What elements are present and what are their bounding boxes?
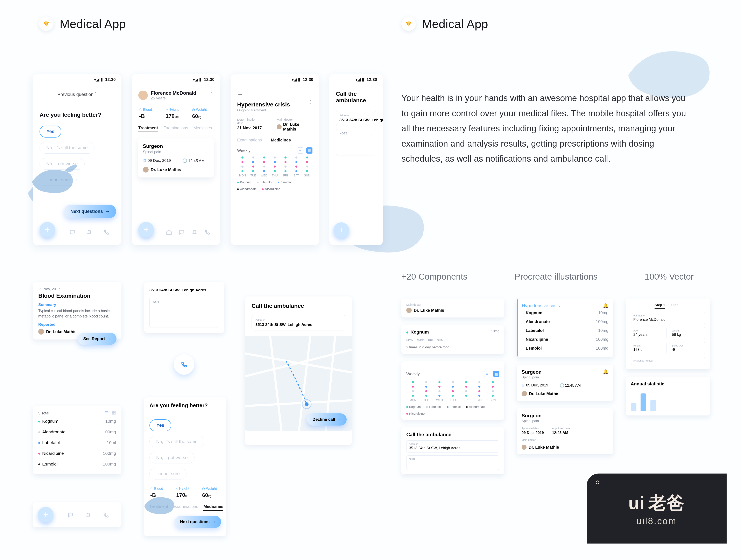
list-view-icon[interactable]: ≡ <box>297 147 304 153</box>
bell-icon[interactable] <box>85 512 91 518</box>
blood-label: ◌ Blood <box>139 108 160 112</box>
svg-rect-2 <box>112 413 114 414</box>
address-field[interactable]: Address3513 24th St SW, Lehigh Acres <box>406 440 499 452</box>
fab-add[interactable] <box>38 507 54 522</box>
legend: KognumLabetalolEsmolol AlendronateNicard… <box>237 180 313 191</box>
more-icon[interactable]: ⋮ <box>209 88 215 94</box>
tab-treatment[interactable]: Treatment <box>138 126 158 132</box>
dose-note: 2 times in a day before food <box>406 345 499 350</box>
tab-medicines[interactable]: Medicines <box>194 126 212 132</box>
home-icon[interactable] <box>166 229 172 235</box>
product-description: Your health is in your hands with an awe… <box>401 90 694 166</box>
question-title: Are you feeling better? <box>149 402 221 409</box>
avatar[interactable] <box>138 90 148 100</box>
option-yes[interactable]: Yes <box>40 126 61 137</box>
fab-add[interactable] <box>40 222 55 238</box>
kognum-card[interactable]: Kognum10mg MONWEDFRISUN 2 times in a day… <box>401 325 504 354</box>
surgeon-detail-card: Surgeon Spinal pain Appointed day09 Dec,… <box>517 408 613 454</box>
weekly-label: Weekly <box>237 148 251 153</box>
phone-question: ▾◢ ▮12:30 Previous question ˄ Are you fe… <box>33 74 122 245</box>
blood-exam-card: 25 Nov, 2017 Blood Examination Summary T… <box>33 282 122 339</box>
phone-ambulance-cropped: ▾◢ ▮12:30 Call the ambulance Address3513… <box>329 74 383 245</box>
ambulance-title: Call the ambulance <box>252 303 345 309</box>
option-yes[interactable]: Yes <box>149 419 171 431</box>
back-icon[interactable]: ← <box>237 90 313 98</box>
grid-icon[interactable] <box>112 411 116 415</box>
exam-date: 25 Nov, 2017 <box>38 287 116 291</box>
calendar-view-icon[interactable]: ▦ <box>306 147 313 153</box>
phone-icon[interactable] <box>103 229 110 235</box>
option-same[interactable]: No, it's still the same <box>40 142 94 153</box>
option-unsure[interactable]: I'm not sure <box>149 468 187 480</box>
phone-icon[interactable] <box>204 229 210 235</box>
address-field[interactable]: Address3513 24th St SW, Lehigh Acres <box>252 315 345 330</box>
see-report-button[interactable]: See Report→ <box>78 333 117 345</box>
tab-medicines[interactable]: Medicines <box>271 138 291 142</box>
map-view[interactable]: Decline call→ <box>245 336 352 431</box>
note-field[interactable]: NOTE <box>406 455 499 470</box>
bell-icon[interactable] <box>86 229 92 235</box>
option-same[interactable]: No, it's still the same <box>149 436 204 447</box>
status-bar: ▾◢ ▮12:30 <box>355 77 377 82</box>
status-bar: ▾◢ ▮12:30 <box>193 77 214 82</box>
option-worse[interactable]: No, it got worse <box>149 452 195 463</box>
summary-text: Typical clinical blood panels include a … <box>38 308 116 319</box>
doctor-role: Surgeon <box>143 143 209 149</box>
tab-medicines[interactable]: Medicines <box>203 504 223 511</box>
components-count: +20 Components <box>401 272 467 282</box>
height-field[interactable]: Height163 cm <box>631 342 667 354</box>
next-questions-button[interactable]: Next questions→ <box>175 516 221 528</box>
list-icon[interactable] <box>104 411 109 415</box>
determination-date: 21 Nov, 2017 <box>237 126 262 130</box>
previous-question-link[interactable]: Previous question ˄ <box>40 92 115 97</box>
step-2[interactable]: Step 2 <box>671 303 681 309</box>
bell-icon[interactable]: 🔔 <box>603 369 608 374</box>
profile-name: Florence McDonald <box>151 90 196 96</box>
list-view-icon[interactable]: ≡ <box>484 371 490 377</box>
watermark: ui老爸 uil8.com <box>587 474 727 544</box>
note-field[interactable]: NOTE <box>149 297 219 328</box>
surgeon-card[interactable]: 🔔 Surgeon Spinal pain 🗓09 Dec, 2019🕐12:4… <box>517 365 613 401</box>
decline-call-button[interactable]: Decline call→ <box>307 414 347 426</box>
more-icon[interactable]: ⋮ <box>308 99 313 105</box>
arrow-right-icon: → <box>337 417 341 422</box>
note-field[interactable]: NOTE <box>336 129 376 155</box>
question-card: Are you feeling better? Yes No, it's sti… <box>144 397 226 536</box>
weight-field[interactable]: Weight58 kg <box>669 327 705 339</box>
next-questions-button[interactable]: Next questions→ <box>64 205 116 218</box>
annual-statistic-card: Annual statistic <box>626 377 710 416</box>
page-title: Medical App <box>422 17 488 31</box>
fullname-field[interactable]: Full NameFlorence McDonald <box>631 312 705 324</box>
summary-heading: Summary <box>38 302 116 307</box>
step-1[interactable]: Step 1 <box>655 303 665 309</box>
crisis-title: Hypertensive crisis <box>237 101 313 108</box>
fab-add[interactable] <box>138 222 154 238</box>
appointment-card[interactable]: Surgeon Spinal pain 🗓09 Dec, 2019🕐12:45 … <box>138 138 214 178</box>
svg-rect-3 <box>114 413 115 414</box>
address-value: 3513 24th St SW, Lehigh Acres <box>149 288 219 292</box>
chat-icon[interactable] <box>69 229 75 235</box>
chat-icon[interactable] <box>68 512 74 518</box>
bell-icon[interactable] <box>191 229 198 235</box>
address-field[interactable]: Address3513 24th St SW, Lehigh Acres <box>336 111 376 125</box>
blood-value: -B <box>139 113 160 119</box>
form-card: Step 1Step 2 Full NameFlorence McDonald … <box>626 299 710 369</box>
tab-examinations[interactable]: Examinations <box>237 138 262 142</box>
vector-label: 100% Vector <box>645 272 694 282</box>
illustrations-label: Procreate illustartions <box>515 272 598 282</box>
phone-icon[interactable] <box>103 512 109 518</box>
calendar-view-icon[interactable]: ▦ <box>493 371 499 377</box>
chat-icon[interactable] <box>179 229 185 235</box>
fab-call[interactable] <box>333 222 349 238</box>
svg-rect-1 <box>114 411 115 413</box>
age-field[interactable]: Age24 years <box>631 327 667 339</box>
insurance-field[interactable]: Insurance number <box>631 357 705 365</box>
bell-icon[interactable]: 🔔 <box>603 303 608 308</box>
tab-examinations[interactable]: Examinations <box>163 126 188 132</box>
doctor-name: Dr. Luke Mathis <box>143 167 209 173</box>
main-doctor-card: Main doctor Dr. Luke Mathis <box>401 299 504 317</box>
bloodtype-field[interactable]: Blood type-B <box>669 342 705 354</box>
call-button[interactable] <box>174 354 194 375</box>
page-title: Medical App <box>60 17 126 31</box>
appointment-reason: Spinal pain <box>143 150 209 154</box>
